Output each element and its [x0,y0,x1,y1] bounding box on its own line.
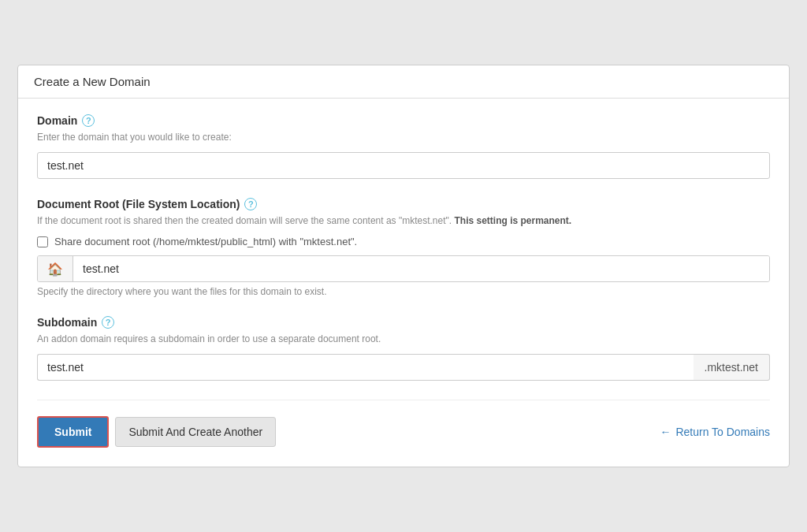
document-root-label: Document Root (File System Location) [37,198,240,210]
document-root-help-icon[interactable]: ? [244,198,257,210]
return-label: Return To Domains [675,426,770,438]
domain-help-icon[interactable]: ? [82,114,95,127]
domain-section-title: Domain ? [37,114,770,127]
subdomain-help-icon[interactable]: ? [102,316,114,329]
subdomain-title: Subdomain ? [37,316,770,329]
return-arrow-icon: ← [660,426,671,438]
subdomain-section: Subdomain ? An addon domain requires a s… [37,316,770,381]
domain-description: Enter the domain that you would like to … [37,130,770,144]
card-body: Domain ? Enter the domain that you would… [18,99,789,467]
document-root-desc-text: If the document root is shared then the … [37,215,452,226]
share-root-label: Share document root (/home/mktest/public… [54,236,357,247]
domain-input[interactable] [37,152,770,179]
share-root-checkbox-row: Share document root (/home/mktest/public… [37,236,770,247]
home-icon: 🏠 [38,256,73,281]
card-header: Create a New Domain [18,65,789,99]
share-root-checkbox[interactable] [37,236,48,247]
document-root-input-wrapper: 🏠 [37,255,770,282]
subdomain-input[interactable] [37,354,694,381]
page-title: Create a New Domain [34,75,151,88]
domain-section: Domain ? Enter the domain that you would… [37,114,770,179]
document-root-title: Document Root (File System Location) ? [37,198,770,210]
submit-create-another-button[interactable]: Submit And Create Another [115,417,276,447]
divider [37,400,770,400]
submit-button[interactable]: Submit [37,416,109,448]
subdomain-suffix: .mktest.net [694,354,770,381]
subdomain-description: An addon domain requires a subdomain in … [37,332,770,346]
actions-left: Submit Submit And Create Another [37,416,276,448]
document-root-input[interactable] [73,256,769,281]
document-root-desc-bold: This setting is permanent. [454,215,571,226]
return-to-domains-link[interactable]: ← Return To Domains [660,426,770,438]
document-root-hint: Specify the directory where you want the… [37,286,770,297]
actions-row: Submit Submit And Create Another ← Retur… [37,416,770,448]
domain-label: Domain [37,114,77,127]
document-root-section: Document Root (File System Location) ? I… [37,198,770,297]
subdomain-input-row: .mktest.net [37,354,770,381]
subdomain-label: Subdomain [37,316,97,329]
document-root-description: If the document root is shared then the … [37,214,770,228]
create-domain-card: Create a New Domain Domain ? Enter the d… [17,65,790,467]
